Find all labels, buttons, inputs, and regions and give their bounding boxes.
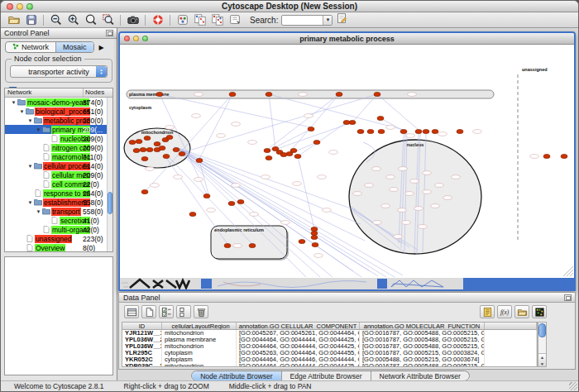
table-scrollbar-thumb[interactable] xyxy=(538,323,546,337)
tree-scrollbar-thumb[interactable] xyxy=(108,192,112,214)
tree-row[interactable]: nucleobase-c209(0) xyxy=(5,134,107,143)
control-panel-title: Control Panel xyxy=(4,29,50,37)
unselect-attrs-button[interactable] xyxy=(176,305,191,318)
network-view-window[interactable]: primary metabolic process plasma membran… xyxy=(118,31,576,291)
network-tab-icon xyxy=(12,42,19,52)
network-zoom-button[interactable] xyxy=(142,36,148,41)
expand-triangle-icon[interactable]: ▼ xyxy=(35,127,42,132)
column-header[interactable]: _cellularLayoutRegion xyxy=(162,323,237,329)
zoom-selected-button[interactable] xyxy=(99,13,117,27)
tree-row[interactable]: cell communicat22(0) xyxy=(5,179,107,189)
network-tree: Network Nodes ▼mosaic-demo-yeast874(0)▼b… xyxy=(4,88,113,252)
network-close-button[interactable] xyxy=(124,36,130,41)
table-scrollbar[interactable]: ▲▼ xyxy=(538,322,547,367)
tab-mosaic-label: Mosaic xyxy=(63,42,87,52)
search-input[interactable]: ▼ xyxy=(281,15,333,26)
table-row[interactable]: YJR121W__1mitochondrion[GO:0045267, GO:0… xyxy=(122,330,537,337)
zoom-in-button[interactable] xyxy=(65,13,82,27)
tree-column-nodes[interactable]: Nodes xyxy=(83,88,112,97)
network-minimize-button[interactable] xyxy=(133,36,139,41)
column-header[interactable]: annotation.GO MOLECULAR_FUNCTION xyxy=(360,323,485,329)
folder-icon xyxy=(34,198,42,206)
network-window-titlebar[interactable]: primary metabolic process xyxy=(120,33,574,45)
tree-row-count: 558(0) xyxy=(83,198,103,207)
tree-row[interactable]: ▼mosaic-demo-yeast874(0) xyxy=(5,98,107,107)
tab-network[interactable]: Network xyxy=(6,42,55,52)
annotation-button[interactable] xyxy=(226,13,243,27)
more-tabs-arrow-icon[interactable]: ▶ xyxy=(99,44,104,51)
table-row[interactable]: YKR052Ccytoplasm[GO:0044464, GO:0044446,… xyxy=(122,356,537,363)
network-overlay-2-button[interactable] xyxy=(208,13,226,27)
attr-table-button[interactable] xyxy=(124,305,139,318)
resize-grip[interactable] xyxy=(569,382,577,390)
new-doc-button[interactable] xyxy=(141,305,156,318)
table-row[interactable]: YDR039C__1mitochondrion[GO:0044464, GO:0… xyxy=(122,363,537,367)
tree-row[interactable]: multi-organism pro42(0) xyxy=(5,225,107,234)
trash-button[interactable] xyxy=(194,305,208,318)
table-cell xyxy=(485,350,537,356)
open-folder-button[interactable] xyxy=(5,13,22,27)
tree-row[interactable]: ▼biological_process651(0) xyxy=(5,107,107,116)
expand-triangle-icon[interactable]: ▼ xyxy=(10,100,17,105)
tree-scrollbar[interactable] xyxy=(107,98,112,251)
table-row[interactable]: YPL036W__2plasma membrane[GO:0044464, GO… xyxy=(122,337,537,343)
tree-row[interactable]: nitrogen compo209(0) xyxy=(5,143,107,152)
expand-triangle-icon[interactable]: ▼ xyxy=(18,109,26,114)
tab-mosaic[interactable]: Mosaic xyxy=(55,42,93,52)
tab-edge-attribute-browser[interactable]: Edge Attribute Browser xyxy=(281,371,371,380)
chevron-down-icon[interactable]: ▼ xyxy=(323,16,332,25)
table-row[interactable]: YPL036W__1mitochondrion[GO:0044464, GO:0… xyxy=(122,343,537,350)
tree-row[interactable]: Overview8(0) xyxy=(5,243,107,251)
column-header[interactable]: annotation.GO CELLULAR_COMPONENT xyxy=(237,323,360,329)
tree-row[interactable]: macromolecule311(0) xyxy=(5,152,107,161)
expand-triangle-icon[interactable]: ▼ xyxy=(26,200,34,205)
tree-row[interactable]: secretion41(0) xyxy=(5,216,107,225)
tree-row-count: 209(0) xyxy=(83,135,103,143)
save-button[interactable] xyxy=(22,13,40,27)
float-panel-icon[interactable] xyxy=(106,30,113,36)
report-button[interactable] xyxy=(480,305,495,318)
dropdown-stepper-icon: ▲▼ xyxy=(96,66,107,77)
tab-network-attribute-browser[interactable]: Network Attribute Browser xyxy=(371,371,469,380)
expand-triangle-icon[interactable]: ▼ xyxy=(35,209,42,214)
tree-row[interactable]: ▼cellular process614(0) xyxy=(5,161,107,170)
main-titlebar[interactable]: Cytoscape Desktop (New Session) xyxy=(1,1,578,12)
tree-row-count: 22(0) xyxy=(83,180,99,189)
float-data-panel-icon[interactable] xyxy=(564,294,572,301)
window-title: Cytoscape Desktop (New Session) xyxy=(1,1,578,12)
camera-button[interactable] xyxy=(124,13,141,27)
tree-row[interactable]: unassigned223(0) xyxy=(5,234,107,243)
vizmapper-button[interactable] xyxy=(174,13,191,27)
network-overlay-1-button[interactable] xyxy=(191,13,208,27)
column-header[interactable] xyxy=(485,323,537,329)
tree-column-network[interactable]: Network xyxy=(5,88,83,97)
minimize-button[interactable] xyxy=(17,3,23,10)
node-color-dropdown[interactable]: transporter activity ▲▼ xyxy=(10,65,108,78)
table-row[interactable]: YLR295Ccytoplasm[GO:0045263, GO:0044464,… xyxy=(122,350,537,356)
expand-triangle-icon[interactable]: ▼ xyxy=(26,118,34,123)
matrix-button[interactable] xyxy=(532,305,547,318)
close-button[interactable] xyxy=(7,3,13,10)
tree-row[interactable]: ▼transport558(0) xyxy=(5,207,107,216)
import-folder-button[interactable] xyxy=(514,305,529,318)
life-ring-button[interactable] xyxy=(149,13,166,27)
formula-button[interactable]: f(x) xyxy=(497,305,512,318)
birds-eye-view[interactable] xyxy=(4,256,113,375)
search-edit-button[interactable] xyxy=(333,13,350,27)
column-header[interactable]: ID xyxy=(122,323,162,329)
network-canvas[interactable]: plasma membranecytoplasmmitochondrionnuc… xyxy=(120,45,574,278)
select-attrs-button[interactable] xyxy=(159,305,174,318)
tab-node-attribute-browser[interactable]: Node Attribute Browser xyxy=(192,371,280,380)
zoom-button[interactable] xyxy=(26,3,33,10)
expand-triangle-icon[interactable]: ▼ xyxy=(26,164,34,169)
zoom-out-button[interactable] xyxy=(47,13,65,27)
tree-row[interactable]: cellular metabo209(0) xyxy=(5,170,107,179)
zoom-fit-button[interactable] xyxy=(82,13,99,27)
tree-row[interactable]: ▼metabolic process280(0) xyxy=(5,116,107,125)
status-message: Welcome to Cytoscape 2.8.1 xyxy=(14,382,104,390)
tree-row[interactable]: ▼primary metabol209(... xyxy=(5,125,107,134)
attribute-table[interactable]: ID_cellularLayoutRegionannotation.GO CEL… xyxy=(122,322,538,367)
tree-row[interactable]: ▼establishment of lo558(0) xyxy=(5,198,107,207)
table-scrollbar-arrows[interactable]: ▲▼ xyxy=(538,353,546,366)
tree-row[interactable]: response to stimulu264(0) xyxy=(5,189,107,198)
